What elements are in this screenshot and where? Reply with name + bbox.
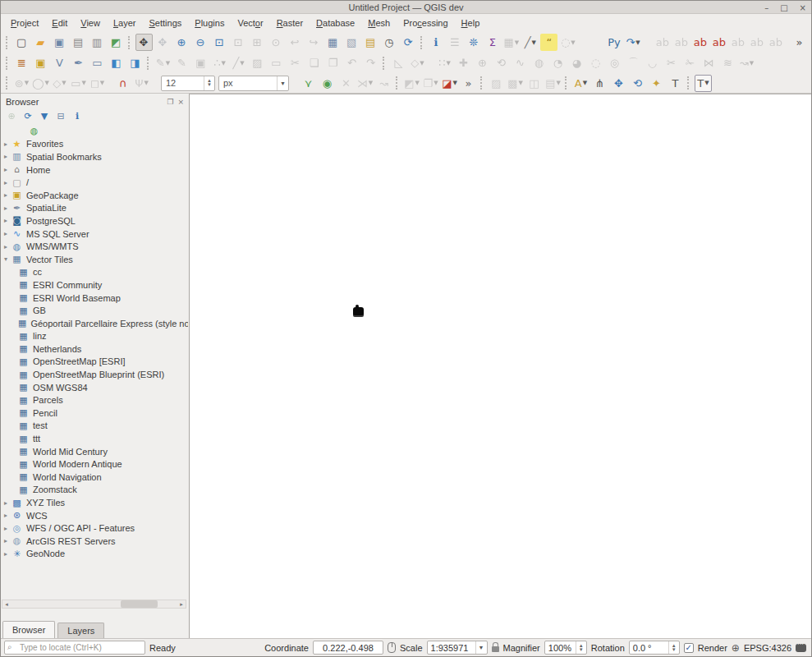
- menu-settings[interactable]: Settings: [142, 16, 188, 30]
- map-nav-history-button[interactable]: ↷▼: [625, 34, 642, 51]
- temporal-controller-button[interactable]: ◷: [381, 34, 398, 51]
- tree-item-wfs-ogc-api-features[interactable]: ▸◎WFS / OGC API - Features: [1, 521, 188, 535]
- magnifier-spinbox[interactable]: 100% ▲▼: [544, 641, 587, 655]
- expand-arrow[interactable]: ▸: [4, 166, 11, 173]
- tree-item-world-modern-antique[interactable]: ▦World Modern Antique: [1, 457, 188, 471]
- expand-arrow[interactable]: ▸: [4, 243, 11, 250]
- hscroll-right-arrow[interactable]: ▸: [177, 601, 186, 608]
- hscroll-thumb[interactable]: [121, 600, 158, 608]
- menu-edit[interactable]: Edit: [45, 16, 74, 30]
- tree-item-favorites[interactable]: ▸★Favorites: [1, 138, 188, 151]
- tree-item-postgresql[interactable]: ▸◙PostgreSQL: [1, 214, 188, 227]
- tree-item-linz[interactable]: ▦linz: [1, 330, 188, 343]
- tree-item-pencil[interactable]: ▦Pencil: [1, 407, 188, 420]
- expand-arrow[interactable]: ▸: [4, 499, 11, 507]
- tree-item-ttt[interactable]: ▦ttt: [1, 432, 188, 445]
- crs-globe-icon[interactable]: ⊕: [732, 642, 740, 654]
- maximize-button[interactable]: □: [780, 3, 787, 12]
- scale-combo[interactable]: 1:935971 ▼: [427, 641, 488, 655]
- lock-scale-icon[interactable]: [492, 646, 499, 652]
- new-temporary-scratch-layer-button[interactable]: ▭: [89, 54, 106, 71]
- pan-map-button[interactable]: ✥: [135, 34, 153, 51]
- tree-item-wcs[interactable]: ▸⊛WCS: [1, 509, 188, 522]
- identify-features-button[interactable]: ℹ: [427, 34, 444, 51]
- new-map-view-button[interactable]: ▦: [324, 34, 342, 51]
- expand-arrow[interactable]: ▸: [4, 153, 11, 160]
- tree-item-vector-tiles[interactable]: ▾▦Vector Tiles: [1, 253, 188, 266]
- show-statistics-panel-button[interactable]: Σ: [484, 34, 501, 51]
- panel-float-icon[interactable]: ❐: [167, 98, 173, 106]
- save-project-button[interactable]: ▣: [51, 34, 68, 51]
- tree-item-wms-wmts[interactable]: ▸◍WMS/WMTS: [1, 240, 188, 253]
- tree-item-spatial-bookmarks[interactable]: ▸▥Spatial Bookmarks: [1, 150, 188, 163]
- tree-item-esri-world-basemap[interactable]: ▦ESRI World Basemap: [1, 292, 188, 305]
- layer-diagram-options-button[interactable]: ab: [710, 34, 727, 51]
- layout-manager-button[interactable]: ▥: [89, 34, 106, 51]
- browser-hscrollbar[interactable]: ◂ ▸: [2, 600, 186, 609]
- chevron-down-icon[interactable]: ▼: [475, 641, 487, 654]
- tree-item-geopackage[interactable]: ▸▣GeoPackage: [1, 189, 188, 202]
- coordinate-field[interactable]: 0.222,-0.498: [313, 641, 383, 655]
- tree-item-parcels[interactable]: ▦Parcels: [1, 393, 188, 407]
- menu-raster[interactable]: Raster: [270, 16, 310, 30]
- tree-item-cc[interactable]: ▦cc: [1, 266, 188, 279]
- expand-arrow[interactable]: ▸: [4, 525, 11, 532]
- map-tips-button[interactable]: “: [540, 34, 557, 51]
- python-console-button[interactable]: Py: [606, 34, 623, 51]
- enable-properties-widget-button[interactable]: ℹ: [70, 108, 85, 123]
- menu-layer[interactable]: Layer: [107, 16, 143, 30]
- new-3d-map-view-button[interactable]: ▧: [343, 34, 360, 51]
- menu-mesh[interactable]: Mesh: [361, 16, 397, 30]
- render-checkbox[interactable]: ✓: [684, 643, 694, 653]
- minimize-button[interactable]: –: [764, 3, 768, 12]
- tree-item-openstreetmap-blueprint-esri[interactable]: ▦OpenStreetMap Blueprint (ESRI): [1, 368, 188, 381]
- tab-layers[interactable]: Layers: [57, 623, 104, 638]
- text-format-combo-button[interactable]: T▼: [695, 75, 712, 92]
- extents-toggle-icon[interactable]: [388, 642, 396, 653]
- tree-item-osm-wgs84[interactable]: ▦OSM WGS84: [1, 381, 188, 394]
- tree-item-g-oportail-parcellaire-express-style-noir[interactable]: ▦Géoportail Parcellaire Express (style n…: [1, 317, 188, 330]
- rotate-label-button[interactable]: ⟲: [629, 75, 646, 92]
- tree-item-gb[interactable]: ▦GB: [1, 304, 188, 317]
- new-project-button[interactable]: ▢: [13, 34, 30, 51]
- text-tool-button[interactable]: T: [667, 75, 684, 92]
- menu-database[interactable]: Database: [310, 16, 361, 30]
- enable-tracing-button[interactable]: ⋎: [300, 75, 317, 92]
- tab-browser[interactable]: Browser: [2, 621, 55, 638]
- new-spatialite-layer-button[interactable]: ✒: [70, 54, 87, 71]
- tree-item-item[interactable]: ▸▢/: [1, 176, 188, 189]
- menu-help[interactable]: Help: [455, 16, 487, 30]
- expand-arrow[interactable]: ▸: [4, 512, 11, 519]
- expand-arrow[interactable]: ▸: [4, 140, 11, 148]
- tree-item-xyz-tiles[interactable]: ▸▩XYZ Tiles: [1, 496, 188, 509]
- filter-browser-button[interactable]: ▼: [37, 108, 52, 123]
- menu-plugins[interactable]: Plugins: [188, 16, 231, 30]
- tree-item-spatialite[interactable]: ▸✒SpatiaLite: [1, 202, 188, 215]
- menu-project[interactable]: Project: [4, 16, 45, 30]
- new-shapefile-layer-button[interactable]: V: [51, 54, 68, 71]
- refresh-map-button[interactable]: ⟳: [400, 34, 417, 51]
- tree-item-netherlands[interactable]: ▦Netherlands: [1, 342, 188, 356]
- menu-view[interactable]: View: [74, 16, 107, 30]
- open-project-button[interactable]: ▰: [32, 34, 49, 51]
- tree-item-project-home[interactable]: ◍: [1, 125, 188, 138]
- style-manager-button[interactable]: ◩: [108, 34, 125, 51]
- hscroll-left-arrow[interactable]: ◂: [2, 601, 11, 608]
- expand-arrow[interactable]: ▸: [4, 191, 11, 199]
- tree-item-test[interactable]: ▦test: [1, 420, 188, 433]
- expand-arrow[interactable]: ▸: [4, 550, 11, 558]
- tree-item-zoomstack[interactable]: ▦Zoomstack: [1, 484, 188, 497]
- snap-units-combo[interactable]: px▼: [218, 76, 289, 91]
- tree-item-home[interactable]: ▸⌂Home: [1, 163, 188, 177]
- expand-arrow[interactable]: ▸: [4, 230, 11, 237]
- pin-labels-tool-button[interactable]: ⋔: [591, 75, 608, 92]
- zoom-full-button[interactable]: ⊡: [211, 34, 228, 51]
- map-canvas[interactable]: [189, 94, 811, 638]
- locate-input[interactable]: [4, 641, 145, 655]
- filter-legend-button[interactable]: ◪▼: [441, 75, 458, 92]
- tree-item-world-mid-century[interactable]: ▦World Mid Century: [1, 445, 188, 458]
- layer-labeling-options-button[interactable]: ab: [691, 34, 709, 51]
- tree-item-world-navigation[interactable]: ▦World Navigation: [1, 471, 188, 484]
- expand-arrow[interactable]: ▸: [4, 217, 11, 224]
- tree-item-geonode[interactable]: ▸✳GeoNode: [1, 548, 188, 561]
